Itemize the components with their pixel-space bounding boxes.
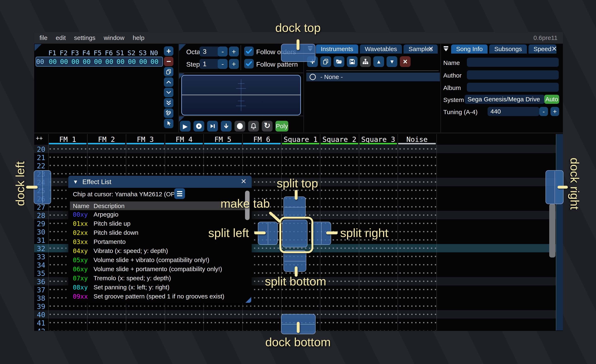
order-cell[interactable]: 00 (92, 58, 104, 66)
tuning-plus-button[interactable]: + (551, 107, 559, 116)
play-from-cursor-button[interactable] (194, 121, 204, 131)
pattern-scrollbar-thumb[interactable] (549, 204, 555, 257)
duplicate-instrument-button[interactable] (320, 56, 331, 67)
effect-row-06xy[interactable]: 06xyVolume slide + portamento (compatibi… (68, 265, 252, 274)
effect-row-07xy[interactable]: 07xyTremolo (x: speed; y: depth) (68, 274, 252, 283)
triangle-down-icon: ▼ (389, 58, 395, 65)
step-row-button[interactable] (221, 121, 231, 131)
step-minus-button[interactable]: - (218, 59, 228, 69)
effect-row-00xy[interactable]: 00xyArpeggio (68, 210, 252, 219)
name-input[interactable] (467, 58, 559, 67)
order-row-selected[interactable]: 0000000000000000000000 (36, 57, 163, 67)
channel-header-fm-6[interactable]: FM 6 (242, 135, 281, 144)
effect-sort-button[interactable] (174, 188, 185, 199)
instrument-list-item[interactable]: - None - (306, 73, 440, 81)
order-cell[interactable]: 00 (47, 58, 59, 66)
remove-order-button[interactable]: − (164, 57, 173, 66)
tuning-minus-button[interactable]: - (539, 107, 548, 116)
effect-row-04xy[interactable]: 04xyVibrato (x: speed; y: depth) (68, 247, 252, 256)
order-change-mode-button[interactable] (164, 119, 173, 128)
tab-instruments[interactable]: Instruments (316, 44, 358, 54)
pattern-row-39[interactable]: 39 (34, 302, 556, 310)
album-input[interactable] (467, 83, 559, 92)
instruments-close-icon[interactable]: × (426, 44, 436, 53)
broken-link-icon (165, 110, 172, 116)
repeat-pattern-button[interactable]: ↻ (262, 121, 273, 131)
order-cell[interactable]: 00 (137, 58, 149, 66)
deep-clone-order-button[interactable] (164, 108, 173, 118)
tab-subsongs[interactable]: Subsongs (489, 44, 527, 54)
channel-header-square-1[interactable]: Square 1 (281, 135, 320, 144)
effect-row-09xx[interactable]: 09xxSet groove pattern (speed 1 if no gr… (68, 292, 252, 301)
channel-header-square-3[interactable]: Square 3 (359, 135, 398, 144)
follow-pattern-checkbox[interactable] (244, 59, 254, 68)
order-header-F1: F1 (46, 49, 58, 57)
close-icon[interactable]: × (239, 177, 248, 186)
add-order-button[interactable]: + (164, 46, 173, 56)
move-order-down-button[interactable] (164, 88, 173, 97)
menu-settings[interactable]: settings (70, 34, 100, 41)
order-add-at-end-button[interactable] (164, 98, 173, 108)
order-cell[interactable]: 00 (115, 58, 127, 66)
channel-header-noise[interactable]: Noise (398, 135, 436, 144)
order-cell[interactable]: 00 (69, 58, 81, 66)
effect-list-titlebar[interactable]: ▼ Effect List × (68, 176, 252, 188)
order-cell[interactable]: 00 (149, 58, 160, 66)
pattern-row-21[interactable]: 21 (34, 153, 556, 161)
channel-header-fm-3[interactable]: FM 3 (126, 135, 165, 144)
order-cell[interactable]: 00 (81, 58, 92, 66)
poly-button[interactable]: Poly (276, 121, 288, 131)
channel-header-fm-1[interactable]: FM 1 (48, 135, 87, 144)
effect-code: 01xx (73, 220, 88, 227)
save-instrument-button[interactable] (347, 56, 358, 67)
follow-orders-checkbox[interactable] (244, 47, 254, 56)
duplicate-order-button[interactable] (164, 67, 173, 77)
order-cell[interactable]: 00 (126, 58, 138, 66)
menu-window[interactable]: window (100, 34, 128, 41)
open-instrument-button[interactable] (334, 56, 344, 67)
play-one-row-button[interactable] (207, 121, 218, 131)
tab-wavetables[interactable]: Wavetables (360, 44, 402, 54)
record-button[interactable] (234, 121, 245, 131)
author-input[interactable] (467, 70, 559, 80)
effect-row-08xy[interactable]: 08xySet panning (x: left; y: right) (68, 283, 252, 292)
pattern-row-20[interactable]: 20 (34, 145, 556, 153)
menu-help[interactable]: help (128, 34, 149, 41)
octave-input[interactable]: 3 (200, 47, 220, 57)
pattern-row-22[interactable]: 22 (34, 161, 556, 170)
tuning-input[interactable]: 440 (488, 107, 539, 116)
system-auto-button[interactable]: Auto (544, 95, 559, 104)
play-icon: ▶ (183, 123, 187, 130)
instrument-down-button[interactable]: ▼ (387, 56, 397, 67)
instrument-up-button[interactable]: ▲ (373, 56, 384, 67)
channel-header-square-2[interactable]: Square 2 (320, 135, 359, 144)
system-select[interactable]: Sega Genesis/Mega Drive (465, 95, 544, 104)
song-info-close-icon[interactable]: × (550, 44, 559, 53)
order-cell[interactable]: 00 (104, 58, 115, 66)
delete-instrument-button[interactable]: × (400, 56, 410, 67)
song-info-panel-menu-button[interactable] (442, 45, 450, 53)
effect-table-header[interactable]: Name Description (70, 201, 246, 210)
effect-row-05xy[interactable]: 05xyVolume slide + vibrato (compatibilit… (68, 256, 252, 265)
menu-file[interactable]: file (35, 34, 52, 41)
order-cell[interactable]: 00 (58, 58, 70, 66)
pattern-scrollbar-track[interactable] (556, 134, 563, 330)
collapse-icon[interactable]: ▼ (73, 179, 78, 185)
resize-grip[interactable] (246, 297, 251, 303)
move-order-up-button[interactable] (164, 77, 173, 87)
octave-plus-button[interactable]: + (229, 47, 239, 57)
split-top-target[interactable] (283, 197, 306, 218)
octave-minus-button[interactable]: - (218, 47, 228, 57)
channel-header-fm-4[interactable]: FM 4 (165, 135, 203, 144)
channel-header-fm-5[interactable]: FM 5 (203, 135, 242, 144)
oscilloscope[interactable] (181, 75, 301, 115)
step-input[interactable]: 1 (200, 59, 220, 69)
instrument-tree-button[interactable] (360, 56, 371, 67)
tab-song-info[interactable]: Song Info (451, 44, 488, 54)
play-button[interactable]: ▶ (180, 121, 191, 131)
channel-header-fm-2[interactable]: FM 2 (87, 135, 126, 144)
row-number: 22 (34, 162, 45, 170)
metronome-button[interactable] (248, 121, 259, 131)
menu-edit[interactable]: edit (52, 34, 70, 41)
step-plus-button[interactable]: + (229, 59, 239, 69)
